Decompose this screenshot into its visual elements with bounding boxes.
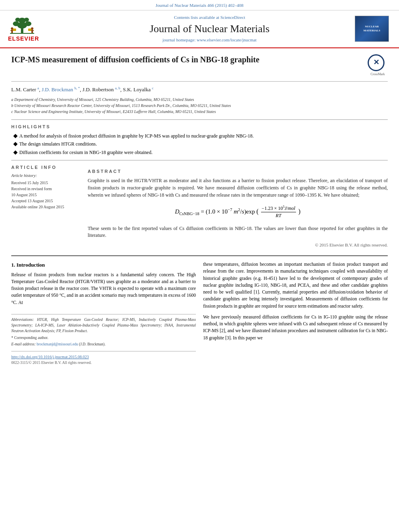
- elsevier-tree-icon: [8, 15, 36, 34]
- abbreviations-label: Abbreviations:: [11, 318, 34, 322]
- accepted-date: Accepted 13 August 2015: [11, 198, 80, 204]
- svg-rect-14: [28, 29, 31, 31]
- journal-cover-image: NUCLEAR MATERIALS: [355, 16, 389, 42]
- intro-heading: 1. Introduction: [11, 261, 196, 269]
- formula-fraction: −1.23 × 105J/mol RT: [261, 205, 296, 219]
- svg-point-6: [24, 18, 29, 22]
- fraction-denominator: RT: [275, 212, 282, 219]
- highlight-text-2: The design simulates HTGR conditions.: [19, 141, 97, 148]
- sciencedirect-link[interactable]: ScienceDirect: [220, 15, 245, 20]
- highlight-text-3: Diffusion coefficients for cesium in NBG…: [19, 149, 152, 156]
- journal-homepage: journal homepage: www.elsevier.com/locat…: [68, 37, 351, 43]
- article-content: ICP-MS measurement of diffusion coeffici…: [0, 48, 399, 372]
- cover-line1: NUCLEAR: [365, 25, 379, 29]
- crossmark: ✕ CrossMark: [368, 54, 388, 76]
- svg-point-5: [15, 18, 20, 22]
- highlights-label: HIGHLIGHTS: [11, 124, 388, 130]
- bullet-3: ◆: [13, 149, 18, 156]
- highlight-text-1: A method for analysis of fission product…: [19, 133, 254, 140]
- crossmark-label: CrossMark: [368, 72, 388, 76]
- author-loyalka: S.K. Loyalka c: [123, 86, 153, 92]
- article-info-label: ARTICLE INFO: [11, 164, 80, 170]
- bullet-2: ◆: [13, 141, 18, 148]
- affiliation-b: b University of Missouri Research Reacto…: [11, 103, 388, 109]
- received-revised-label: Received in revised form: [11, 186, 80, 192]
- formula-box: DCsNBG−18 = (1.0 × 10−7 m2/s)exp ( −1.23…: [88, 205, 388, 219]
- highlight-item-1: ◆ A method for analysis of fission produ…: [13, 133, 388, 140]
- svg-rect-0: [21, 28, 23, 33]
- elsevier-logo: ELSEVIER: [8, 15, 64, 43]
- bullet-1: ◆: [13, 133, 18, 140]
- doi-link[interactable]: http://dx.doi.org/10.1016/j.jnucmat.2015…: [11, 355, 89, 359]
- journal-title: Journal of Nuclear Materials: [68, 22, 351, 36]
- body-columns: 1. Introduction Release of fission produ…: [11, 255, 388, 366]
- fraction-numerator: −1.23 × 105J/mol: [261, 205, 296, 212]
- affiliations: a Department of Chemistry, University of…: [11, 97, 388, 115]
- journal-citation: Journal of Nuclear Materials 466 (2015) …: [156, 3, 244, 8]
- body-col-right: these temperatures, diffusion becomes an…: [203, 261, 388, 366]
- revised-date: 10 August 2015: [11, 192, 80, 198]
- bottom-bar: http://dx.doi.org/10.1016/j.jnucmat.2015…: [11, 351, 196, 366]
- info-abstract-columns: ARTICLE INFO Article history: Received 1…: [11, 160, 388, 251]
- elsevier-text: ELSEVIER: [8, 35, 39, 43]
- header-left: ELSEVIER: [8, 15, 64, 43]
- authors: L.M. Carter a, J.D. Brockman b, *, J.D. …: [11, 86, 388, 94]
- email-person: (J.D. Brockman).: [79, 342, 105, 346]
- footnotes: Abbreviations: HTGR, High Temperature Ga…: [11, 314, 196, 347]
- intro-text-right-1: these temperatures, diffusion becomes an…: [203, 261, 388, 310]
- email-line: E-mail address: brockmanjd@missouri.edu …: [11, 341, 196, 347]
- abstract-column: ABSTRACT Graphite is used in the HGTR/VH…: [88, 164, 388, 251]
- sciencedirect-text: Contents lists available at ScienceDirec…: [68, 14, 351, 21]
- highlights-list: ◆ A method for analysis of fission produ…: [11, 133, 388, 156]
- affiliation-c: c Nuclear Science and Engineering Instit…: [11, 109, 388, 115]
- header-right: NUCLEAR MATERIALS: [355, 16, 391, 42]
- author-brockman: J.D. Brockman b, *: [41, 86, 80, 92]
- intro-text-right-2: We have previously measured diffusion co…: [203, 314, 388, 341]
- svg-point-2: [13, 21, 19, 26]
- svg-rect-10: [13, 29, 16, 31]
- asterisk-note: * Corresponding author.: [11, 336, 48, 340]
- intro-text-left: Release of fission products from nuclear…: [11, 271, 196, 306]
- email-link[interactable]: brockmanjd@missouri.edu: [37, 342, 78, 346]
- homepage-label: journal homepage:: [162, 37, 195, 42]
- abstract-conclusion: These seem to be the first reported valu…: [88, 225, 388, 239]
- abbreviations-content: HTGR, High Temperature Gas-Cooled Reacto…: [11, 318, 196, 333]
- article-title-section: ICP-MS measurement of diffusion coeffici…: [11, 54, 388, 82]
- affiliation-a: a Department of Chemistry, University of…: [11, 97, 388, 103]
- copyright: © 2015 Elsevier B.V. All rights reserved…: [88, 242, 388, 248]
- header: ELSEVIER Contents lists available at Sci…: [0, 10, 399, 48]
- highlight-item-2: ◆ The design simulates HTGR conditions.: [13, 141, 388, 148]
- article-info-column: ARTICLE INFO Article history: Received 1…: [11, 164, 80, 251]
- formula-lhs: DCsNBG−18 = (1.0 × 10−7 m2/s)exp ( −1.23…: [175, 208, 300, 215]
- page: Journal of Nuclear Materials 466 (2015) …: [0, 0, 399, 532]
- abstract-text-1: Graphite is used in the HGTR/VHTR as mod…: [88, 177, 388, 199]
- email-label: E-mail address:: [11, 342, 36, 346]
- cover-line2: MATERIALS: [364, 29, 380, 33]
- homepage-url[interactable]: www.elsevier.com/locate/jnucmat: [197, 37, 257, 42]
- abbreviations-text: Abbreviations: HTGR, High Temperature Ga…: [11, 317, 196, 334]
- header-center: Contents lists available at ScienceDirec…: [68, 14, 351, 43]
- author-robertson: J.D. Robertson a, b: [82, 86, 120, 92]
- article-history-title: Article history:: [11, 173, 80, 179]
- article-history: Article history: Received 15 July 2015 R…: [11, 173, 80, 210]
- issn-text: 0022-3115/© 2015 Elsevier B.V. All right…: [11, 360, 196, 366]
- divider-1: [11, 119, 388, 120]
- author-carter: L.M. Carter a: [11, 86, 39, 92]
- body-col-left: 1. Introduction Release of fission produ…: [11, 261, 196, 366]
- article-title: ICP-MS measurement of diffusion coeffici…: [11, 54, 368, 65]
- available-online: Available online 20 August 2015: [11, 204, 80, 210]
- received-date: Received 15 July 2015: [11, 180, 80, 186]
- svg-point-3: [25, 21, 31, 26]
- highlight-item-3: ◆ Diffusion coefficients for cesium in N…: [13, 149, 388, 156]
- svg-rect-15: [10, 33, 34, 34]
- crossmark-icon: ✕: [368, 54, 385, 71]
- journal-bar: Journal of Nuclear Materials 466 (2015) …: [0, 0, 399, 10]
- corresponding-author: * Corresponding author.: [11, 335, 196, 341]
- abstract-label: ABSTRACT: [88, 168, 388, 175]
